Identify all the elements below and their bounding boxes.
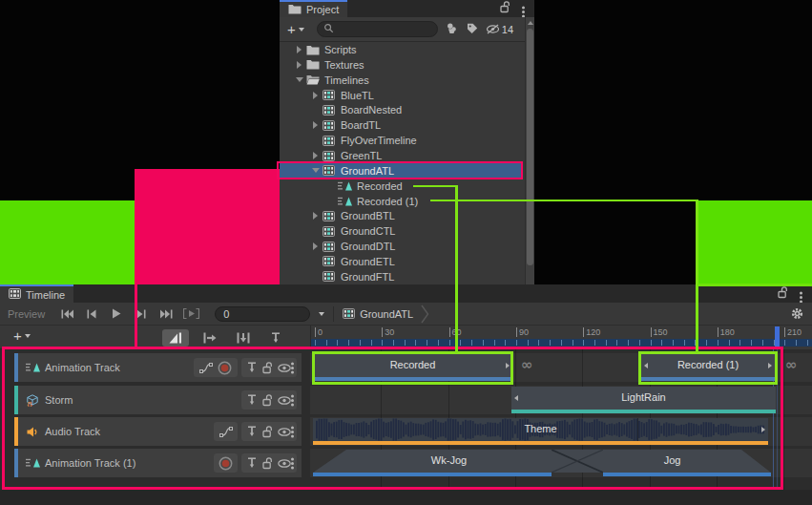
expand-arrow-icon[interactable] [294, 61, 304, 69]
pin-icon[interactable] [247, 394, 257, 406]
pin-icon[interactable] [247, 426, 257, 437]
tab-project[interactable]: Project [280, 0, 347, 17]
clip-jog[interactable]: Jog [603, 450, 741, 476]
tree-item-groundftl[interactable]: GroundFTL [280, 269, 523, 284]
search-input[interactable] [317, 21, 438, 37]
next-frame-button[interactable] [130, 305, 153, 323]
kebab-menu-icon[interactable] [287, 394, 297, 406]
clip-stripe-extension [741, 473, 771, 476]
pin-icon[interactable] [247, 457, 257, 469]
clip-theme[interactable]: Theme [313, 418, 768, 445]
lock-icon[interactable] [262, 457, 273, 470]
tree-item-label: BoardNested [341, 104, 402, 116]
tree-item-boardnested[interactable]: BoardNested [280, 102, 523, 117]
tree-item-timelines[interactable]: Timelines [280, 73, 523, 88]
lock-icon[interactable] [262, 362, 273, 374]
kebab-menu-icon[interactable] [287, 426, 297, 437]
timeline-asset-icon [321, 120, 337, 131]
mix-mode-button[interactable] [162, 329, 189, 347]
tree-item-groundbtl[interactable]: GroundBTL [280, 208, 523, 223]
tree-item-grounddtl[interactable]: GroundDTL [280, 239, 523, 254]
clip-lightrain[interactable]: LightRain [511, 387, 776, 413]
expand-arrow-icon[interactable] [310, 121, 321, 129]
tree-item-label: GroundATL [341, 165, 394, 177]
create-asset-button[interactable]: + [287, 21, 304, 37]
tree-item-textures[interactable]: Textures [280, 57, 523, 73]
tree-item-groundctl[interactable]: GroundCTL [280, 223, 523, 239]
tree-item-scripts[interactable]: Scripts [280, 42, 523, 57]
timeline-asset-icon [321, 271, 337, 282]
hidden-count-toggle[interactable]: 14 [486, 21, 513, 38]
add-track-button[interactable]: + [13, 327, 31, 344]
tree-item-boardtl[interactable]: BoardTL [280, 117, 523, 133]
timeline-ruler[interactable]: 0306090120150180210 [310, 326, 812, 349]
clip-color-stripe [346, 473, 552, 476]
kebab-menu-icon[interactable] [522, 0, 525, 17]
play-button[interactable] [105, 305, 128, 323]
track-header-animation-track[interactable]: Animation Track [14, 353, 302, 382]
clip-recorded[interactable]: Recorded [313, 354, 512, 381]
curves-toggle-icon[interactable] [219, 427, 233, 437]
tree-item-recorded-1[interactable]: Recorded (1) [280, 194, 523, 209]
expand-arrow-icon[interactable] [310, 92, 321, 99]
clip-crossfade[interactable] [552, 450, 603, 473]
timeline-end-marker[interactable] [775, 326, 780, 347]
tree-item-bluetl[interactable]: BlueTL [280, 88, 523, 103]
breadcrumb[interactable]: GroundATL [360, 308, 413, 320]
clip-trim-handle-r[interactable] [506, 363, 510, 368]
lock-icon[interactable] [500, 0, 510, 17]
kebab-menu-icon[interactable] [800, 285, 802, 303]
expand-arrow-icon[interactable] [294, 46, 304, 53]
clip-trim-handle-r[interactable] [761, 427, 765, 432]
kebab-menu-icon[interactable] [287, 362, 297, 373]
expand-arrow-icon[interactable] [294, 77, 304, 82]
tree-item-groundetl[interactable]: GroundETL [280, 254, 523, 269]
gear-icon[interactable] [791, 307, 803, 320]
tree-item-flyovertimeline[interactable]: FlyOverTimeline [280, 133, 523, 148]
replace-mode-button[interactable] [230, 329, 256, 347]
ripple-mode-button[interactable] [197, 329, 223, 347]
track-name: Animation Track [45, 362, 120, 373]
pin-icon[interactable] [247, 362, 257, 373]
kebab-menu-icon[interactable] [287, 457, 297, 469]
project-scrollbar[interactable] [525, 17, 534, 284]
lock-icon[interactable] [778, 285, 788, 303]
curves-toggle-icon[interactable] [199, 363, 213, 373]
project-tab-label: Project [306, 4, 339, 15]
track-header-audio-track[interactable]: Audio Track [14, 417, 302, 446]
expand-arrow-icon[interactable] [310, 242, 321, 250]
scroll-up-icon[interactable] [528, 21, 533, 25]
previous-frame-button[interactable] [80, 305, 103, 323]
expand-arrow-icon[interactable] [310, 152, 321, 159]
search-icon [323, 23, 334, 35]
search-by-type-icon[interactable] [446, 21, 458, 38]
clip-trim-handle-l[interactable] [514, 395, 518, 401]
tree-item-groundatl[interactable]: GroundATL [280, 163, 523, 179]
go-to-end-button[interactable] [155, 305, 177, 323]
marker-pin-button[interactable] [266, 329, 285, 347]
track-header-storm[interactable]: {}Storm [14, 386, 302, 414]
frame-options-dropdown-icon[interactable] [319, 312, 324, 316]
tree-item-recorded[interactable]: Recorded [280, 179, 523, 194]
tree-item-greentl[interactable]: GreenTL [280, 148, 523, 163]
go-to-start-button[interactable] [55, 305, 78, 323]
clip-trim-handle-l[interactable] [644, 363, 648, 368]
clip-trim-handle-r[interactable] [768, 363, 772, 368]
play-range-button[interactable] [179, 305, 202, 323]
lock-icon[interactable] [262, 394, 273, 407]
preview-toggle[interactable]: Preview [8, 308, 45, 320]
frame-number-field[interactable]: 0 [215, 306, 310, 322]
expand-arrow-icon[interactable] [310, 212, 321, 220]
search-by-label-icon[interactable] [467, 21, 478, 38]
tab-timeline[interactable]: Timeline [0, 284, 73, 303]
scrollbar-thumb[interactable] [527, 29, 533, 265]
expand-arrow-icon[interactable] [310, 168, 321, 173]
lock-icon[interactable] [262, 426, 273, 438]
track-header-animation-track-1[interactable]: Animation Track (1) [14, 449, 302, 477]
hidden-count: 14 [502, 24, 513, 35]
record-button[interactable] [219, 456, 233, 471]
clip-wk-jog[interactable]: Wk-Jog [346, 450, 552, 476]
record-button[interactable] [218, 361, 232, 375]
clip-recorded-1[interactable]: Recorded (1) [641, 354, 775, 381]
track-options-group [194, 358, 238, 377]
